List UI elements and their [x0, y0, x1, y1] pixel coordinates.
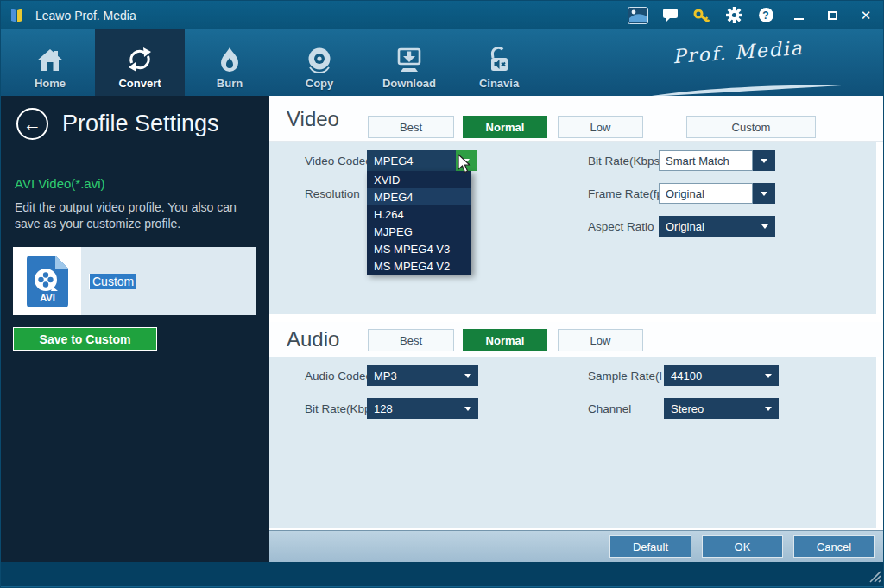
maximize-button[interactable]: [820, 5, 844, 26]
status-footer: [1, 562, 884, 588]
download-icon: [395, 47, 424, 73]
video-bitrate-value: Smart Match: [659, 150, 753, 171]
nav-tab-download[interactable]: Download: [364, 29, 454, 96]
video-quality-custom-button[interactable]: Custom: [686, 116, 816, 138]
leawo-logo-icon: [8, 7, 27, 24]
framerate-value: Original: [659, 183, 753, 204]
convert-icon: [125, 47, 155, 73]
nav-label-burn: Burn: [217, 77, 243, 90]
channel-label: Channel: [588, 402, 631, 415]
channel-value: Stereo: [671, 402, 704, 415]
audio-codec-value: MP3: [374, 370, 397, 383]
video-settings-area: [269, 142, 876, 314]
save-to-custom-button[interactable]: Save to Custom: [13, 327, 157, 351]
burn-flame-icon: [215, 47, 244, 73]
main-navigation: Home Convert Burn Copy Download Cinavia: [1, 29, 884, 96]
codec-option-mjpeg[interactable]: MJPEG: [367, 223, 471, 240]
video-section-title: Video: [287, 107, 339, 131]
settings-gear-icon[interactable]: [723, 5, 745, 26]
codec-option-mpeg4[interactable]: MPEG4: [367, 188, 471, 205]
titlebar: Leawo Prof. Media ? ✕: [1, 1, 884, 29]
nav-tab-home[interactable]: Home: [5, 29, 95, 96]
codec-option-msmpeg4v2[interactable]: MS MPEG4 V2: [367, 257, 471, 275]
nav-label-copy: Copy: [306, 77, 334, 90]
minimize-button[interactable]: [786, 5, 811, 26]
video-codec-label: Video Codec: [305, 155, 371, 168]
framerate-select[interactable]: Original: [659, 183, 775, 204]
video-bitrate-dropdown-button[interactable]: [753, 150, 775, 171]
avi-file-icon: AVI: [27, 256, 68, 307]
aspect-ratio-value: Original: [666, 220, 704, 233]
audio-settings-area: [269, 357, 876, 528]
mouse-cursor: [457, 154, 474, 174]
nav-tab-convert[interactable]: Convert: [95, 29, 185, 96]
audio-codec-select[interactable]: MP3: [367, 365, 478, 386]
avi-file-icon-area: AVI: [13, 247, 81, 315]
nav-tab-burn[interactable]: Burn: [185, 29, 275, 96]
help-icon[interactable]: ?: [755, 5, 777, 26]
dialog-button-bar: Default OK Cancel: [269, 530, 884, 562]
aspect-ratio-select[interactable]: Original: [659, 216, 775, 237]
nav-label-home: Home: [35, 77, 66, 90]
video-quality-low-button[interactable]: Low: [558, 116, 643, 138]
promo-banner-icon[interactable]: [627, 5, 649, 26]
video-bitrate-select[interactable]: Smart Match: [659, 150, 775, 171]
codec-option-msmpeg4v3[interactable]: MS MPEG4 V3: [367, 240, 471, 257]
chevron-down-icon: [761, 224, 768, 229]
panel-title: Profile Settings: [62, 111, 219, 137]
framerate-dropdown-button[interactable]: [753, 183, 775, 204]
aspect-ratio-label: Aspect Ratio: [588, 220, 654, 233]
nav-label-download: Download: [382, 77, 436, 90]
audio-section-header: Audio Best Normal Low: [269, 322, 884, 357]
video-bitrate-label: Bit Rate(Kbps): [588, 155, 664, 168]
feedback-bubble-icon[interactable]: [659, 5, 681, 26]
audio-quality-low-button[interactable]: Low: [558, 329, 643, 351]
chevron-down-icon: [464, 407, 471, 411]
app-window: Leawo Prof. Media ? ✕: [0, 0, 884, 588]
video-codec-select[interactable]: MPEG4: [367, 150, 456, 171]
profile-description: Edit the output video profile. You also …: [15, 199, 237, 232]
video-codec-dropdown-list: XVID MPEG4 H.264 MJPEG MS MPEG4 V3 MS MP…: [367, 171, 471, 275]
samplerate-select[interactable]: 44100: [664, 365, 779, 386]
samplerate-value: 44100: [671, 370, 702, 383]
profile-name: AVI Video(*.avi): [15, 176, 105, 191]
nav-label-cinavia: Cinavia: [479, 77, 519, 90]
default-button[interactable]: Default: [609, 535, 691, 558]
chevron-down-icon: [765, 374, 772, 378]
resize-grip[interactable]: [868, 569, 881, 583]
chevron-down-icon: [761, 159, 767, 163]
nav-label-convert: Convert: [118, 77, 161, 90]
back-button[interactable]: ←: [16, 108, 48, 140]
video-section-header: Video Best Normal Low Custom: [269, 96, 884, 142]
audio-bitrate-select[interactable]: 128: [367, 398, 478, 419]
video-codec-value: MPEG4: [374, 155, 414, 168]
profile-settings-panel: ← Profile Settings AVI Video(*.avi) Edit…: [1, 96, 269, 562]
profile-name-value[interactable]: Custom: [89, 274, 136, 289]
close-button[interactable]: ✕: [854, 5, 878, 26]
audio-bitrate-value: 128: [374, 402, 393, 415]
codec-option-xvid[interactable]: XVID: [367, 171, 471, 188]
custom-profile-card[interactable]: AVI Custom: [13, 247, 256, 315]
audio-quality-best-button[interactable]: Best: [368, 329, 454, 351]
chevron-down-icon: [765, 407, 772, 411]
window-title: Leawo Prof. Media: [35, 9, 136, 22]
avi-format-badge: AVI: [40, 293, 55, 303]
copy-disc-icon: [305, 47, 334, 73]
video-quality-normal-button[interactable]: Normal: [463, 116, 547, 138]
audio-section-title: Audio: [287, 327, 339, 351]
codec-option-h264[interactable]: H.264: [367, 205, 471, 223]
help-glyph: ?: [762, 9, 768, 22]
register-key-icon[interactable]: [691, 5, 713, 26]
chevron-down-icon: [464, 374, 471, 378]
channel-select[interactable]: Stereo: [664, 398, 779, 419]
video-quality-best-button[interactable]: Best: [368, 116, 454, 138]
audio-codec-label: Audio Codec: [305, 370, 371, 383]
resolution-label: Resolution: [305, 187, 360, 200]
ok-button[interactable]: OK: [702, 535, 783, 558]
profile-name-field[interactable]: Custom: [81, 247, 256, 315]
audio-quality-normal-button[interactable]: Normal: [463, 329, 547, 351]
nav-tab-copy[interactable]: Copy: [275, 29, 364, 96]
nav-tab-cinavia[interactable]: Cinavia: [454, 29, 544, 96]
cancel-button[interactable]: Cancel: [793, 535, 875, 558]
home-icon: [35, 47, 65, 73]
